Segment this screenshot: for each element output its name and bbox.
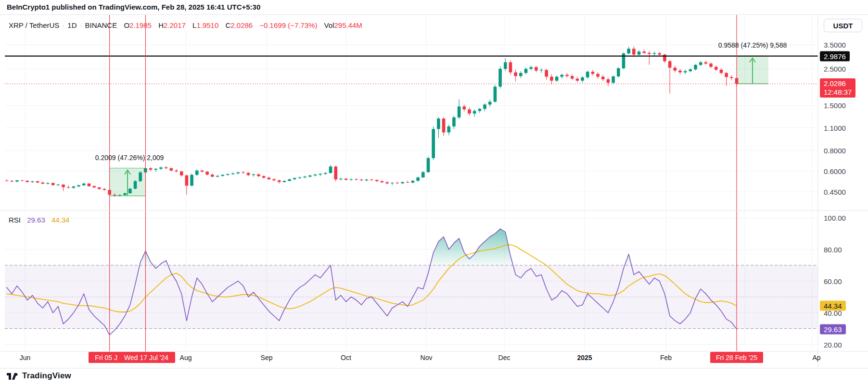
candle-body [77,185,80,186]
candle-body [684,71,687,72]
candle-body [345,179,348,180]
candle-body [529,67,533,69]
resistance-price-badge: 2.9876 [820,51,850,61]
time-axis-label[interactable]: Dec [498,354,511,361]
price-lines [5,56,818,84]
candle-body [134,181,137,189]
candle-body [673,68,677,71]
candle-body [550,77,553,81]
candle-body [421,172,425,177]
candle-body [452,117,456,126]
last-price-badge: 2.0286 12:48:37 [820,78,855,98]
price-tick-label: 1.5000 [824,101,846,110]
candle-body [159,167,163,169]
candle-body [725,73,728,77]
candle-body [601,77,605,79]
candle-body [324,173,327,174]
tradingview-brand-text[interactable]: TradingView [22,371,71,381]
candle-body [319,174,322,175]
candle-body [216,176,219,177]
candle-body [334,166,337,179]
candle-body [458,106,461,117]
time-axis-label[interactable]: Oct [341,354,351,361]
candle-body [190,175,193,186]
candle-body [154,169,157,170]
candle-body [535,67,538,71]
candle-body [272,179,276,180]
candle-body [113,195,116,195]
candle-body [627,49,630,53]
candle-body [88,184,91,186]
candle-body [483,104,486,109]
candle-body [509,62,512,73]
candle-body [278,180,281,182]
event-date-badge-july: Fri 05 J Wed 17 Jul '24 [89,352,175,363]
candle-body [355,179,358,180]
last-price-value: 2.0286 [824,79,852,88]
candle-body [149,168,153,170]
time-axis-label[interactable]: Feb [660,354,672,361]
candle-body [432,129,435,158]
candle-body [57,185,60,185]
time-axis-label[interactable]: Ap [812,354,820,361]
time-axis-label[interactable]: 2025 [577,354,592,361]
rsi-tick-label: 100.00 [824,214,846,222]
close-label: C [225,21,230,29]
exchange[interactable]: BINANCE [85,21,117,29]
event-date-badge-feb28: Fri 28 Feb '25 [710,352,763,363]
rsi-value: 29.63 [27,216,45,224]
symbol-name[interactable]: XRP / TetherUS [9,21,59,29]
candle-body [231,174,235,174]
candle-body [678,71,682,73]
candle-body [180,172,183,175]
chart-canvas[interactable] [0,15,868,369]
candle-body [730,77,733,78]
symbol-legend[interactable]: XRP / TetherUS·1D·BINANCE O2.1985 H2.201… [9,21,362,29]
candle-body [165,167,168,168]
candle-body [468,110,471,114]
rsi-ma-value: 44.34 [51,216,70,224]
price-tick-label: 2.5000 [824,65,846,73]
event-date-jul17: Wed 17 Jul '24 [124,354,168,361]
candle-body [139,173,142,181]
candle-body [488,102,492,105]
bar-countdown: 12:48:37 [824,88,852,97]
currency-toggle-button[interactable]: USDT [824,19,862,32]
rsi-tick-label: 20.00 [824,340,842,349]
candle-body [360,180,363,180]
candle-body [5,180,9,181]
candle-body [462,106,466,109]
interval[interactable]: 1D [67,21,77,29]
rsi-overbought-fill [140,229,631,265]
candle-body [406,182,409,183]
candle-body [31,181,34,182]
time-axis-label[interactable]: Sep [261,354,273,361]
candle-body [170,168,173,171]
tradingview-footer[interactable]: TradingView [7,371,71,381]
candle-body [205,172,209,174]
candle-body [381,181,384,182]
measure-label-july: 0.2009 (47.26%) 2,009 [95,154,164,162]
chart-widget[interactable]: XRP / TetherUS·1D·BINANCE O2.1985 H2.201… [0,14,868,369]
candle-body [298,177,302,178]
event-date-jul05: Fri 05 J [95,354,117,361]
candle-body [257,174,260,176]
candle-body [576,79,579,81]
candle-body [498,69,502,87]
candle-body [118,195,122,196]
time-axis-label[interactable]: Nov [421,354,433,361]
candle-body [638,51,641,54]
time-axis-label[interactable]: Aug [180,354,192,361]
candle-body [67,187,70,187]
time-axis-label[interactable]: Jun [20,354,31,361]
candle-body [185,175,189,186]
candle-body [15,180,19,182]
candle-body [82,184,86,186]
rsi-legend[interactable]: RSI 29.63 44.34 [9,216,69,224]
rsi-tick-label: 80.00 [824,245,842,253]
legend-separator: · [62,21,64,29]
candle-body [545,70,548,77]
candle-body [704,62,708,64]
candle-body [308,175,312,176]
candle-body [128,189,132,194]
